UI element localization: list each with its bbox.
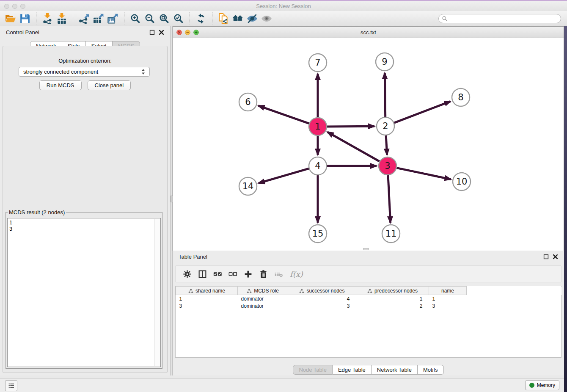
- list-icon: [8, 382, 15, 389]
- network-zoom-button[interactable]: [193, 30, 199, 35]
- columns-icon[interactable]: [196, 268, 209, 280]
- zoom-in-icon[interactable]: [128, 12, 143, 25]
- node-3[interactable]: 3: [379, 157, 396, 175]
- node-15[interactable]: 15: [309, 225, 327, 243]
- open-file-icon[interactable]: [3, 12, 18, 25]
- select-all-checkboxes-icon[interactable]: [211, 268, 224, 280]
- table-cell[interactable]: dominator: [238, 302, 288, 309]
- table-cell[interactable]: 3: [288, 302, 356, 309]
- close-panel-icon[interactable]: [159, 30, 164, 35]
- zoom-out-icon[interactable]: [143, 12, 157, 25]
- export-table-icon[interactable]: [91, 12, 106, 25]
- network-minimize-button[interactable]: [185, 30, 190, 35]
- delete-column-icon[interactable]: [272, 268, 285, 280]
- table-tab-motifs[interactable]: Motifs: [418, 365, 444, 375]
- optimization-criterion-label: Optimization criterion:: [0, 58, 170, 64]
- import-table-icon[interactable]: [55, 12, 69, 25]
- control-panel-title: Control Panel: [6, 29, 39, 36]
- table-cell[interactable]: 1: [429, 295, 467, 303]
- app-traffic-lights: [4, 4, 25, 9]
- table-row[interactable]: 1dominator411: [176, 295, 562, 303]
- refresh-icon[interactable]: [194, 12, 208, 25]
- gear-icon[interactable]: [181, 268, 193, 280]
- svg-text:15: 15: [312, 229, 324, 239]
- zoom-window-button[interactable]: [20, 4, 25, 9]
- edge-3-1[interactable]: [328, 132, 380, 161]
- column-header-shared-name[interactable]: shared name: [176, 287, 238, 295]
- node-10[interactable]: 10: [453, 173, 471, 190]
- close-table-panel-icon[interactable]: [553, 254, 558, 259]
- table-tab-network-table[interactable]: Network Table: [372, 365, 418, 375]
- mcds-result-text[interactable]: 1 3: [7, 218, 161, 367]
- memory-button[interactable]: Memory: [525, 380, 559, 390]
- svg-text:3: 3: [385, 161, 390, 171]
- export-network-icon[interactable]: [77, 12, 91, 25]
- node-4[interactable]: 4: [309, 157, 327, 175]
- table-tab-edge-table[interactable]: Edge Table: [333, 365, 372, 375]
- column-header-predecessor-nodes[interactable]: predecessor nodes: [356, 287, 429, 295]
- column-header-successor-nodes[interactable]: successor nodes: [288, 287, 356, 295]
- network-graph[interactable]: 7968124314101511: [173, 38, 564, 251]
- table-cell[interactable]: dominator: [238, 295, 288, 303]
- svg-text:7: 7: [315, 58, 320, 68]
- table-cell[interactable]: 4: [288, 295, 356, 303]
- zoom-fit-icon[interactable]: [157, 12, 171, 25]
- new-network-from-selection-icon[interactable]: [216, 12, 231, 25]
- first-neighbors-icon[interactable]: [231, 12, 245, 25]
- hide-selected-icon[interactable]: [245, 12, 259, 25]
- table-cell[interactable]: 3: [176, 302, 238, 309]
- edge-4-14[interactable]: [259, 168, 309, 183]
- add-icon[interactable]: [242, 268, 254, 280]
- node-9[interactable]: 9: [376, 53, 394, 71]
- table-row[interactable]: 3dominator323: [176, 302, 562, 309]
- node-11[interactable]: 11: [382, 225, 400, 243]
- table-cell[interactable]: 1: [176, 295, 238, 303]
- mcds-result-box: MCDS result (2 nodes) 1 3: [6, 209, 162, 369]
- table-cell[interactable]: 1: [356, 295, 429, 303]
- deselect-all-checkboxes-icon[interactable]: [226, 268, 239, 280]
- edge-1-2[interactable]: [327, 126, 374, 127]
- node-2[interactable]: 2: [377, 117, 394, 135]
- edge-2-9[interactable]: [385, 73, 385, 117]
- run-mcds-button[interactable]: Run MCDS: [39, 80, 82, 90]
- network-close-button[interactable]: [176, 30, 182, 35]
- criterion-select[interactable]: strongly connected component: [19, 67, 150, 77]
- float-panel-icon[interactable]: [149, 30, 155, 35]
- result-scrollbar[interactable]: [154, 219, 160, 366]
- export-image-icon[interactable]: [106, 12, 120, 25]
- zoom-selected-icon[interactable]: [171, 12, 186, 25]
- node-14[interactable]: 14: [239, 177, 257, 195]
- column-header-MCDS-role[interactable]: MCDS role: [238, 287, 288, 295]
- import-network-icon[interactable]: [40, 12, 55, 25]
- status-bar: Memory: [0, 378, 567, 392]
- minimize-window-button[interactable]: [12, 4, 17, 9]
- network-window-title: scc.txt: [173, 29, 564, 36]
- svg-text:11: 11: [385, 229, 397, 239]
- close-panel-button[interactable]: Close panel: [88, 80, 131, 90]
- node-7[interactable]: 7: [309, 54, 327, 72]
- svg-text:6: 6: [245, 97, 250, 107]
- edge-3-10[interactable]: [397, 168, 451, 179]
- table-cell[interactable]: 3: [429, 302, 467, 309]
- show-all-icon[interactable]: [259, 12, 274, 25]
- canvas-resize-grip[interactable]: [363, 248, 369, 250]
- table-cell[interactable]: 2: [356, 302, 429, 309]
- edge-2-3[interactable]: [386, 135, 387, 155]
- trash-icon[interactable]: [257, 268, 270, 280]
- edge-1-6[interactable]: [259, 106, 309, 124]
- svg-text:9: 9: [382, 57, 387, 67]
- node-1[interactable]: 1: [309, 118, 327, 135]
- save-session-icon[interactable]: [18, 12, 32, 25]
- edge-2-8[interactable]: [394, 101, 451, 123]
- desktop-background-strip: [564, 26, 567, 392]
- function-builder-icon[interactable]: f(x): [290, 270, 303, 279]
- edge-3-11[interactable]: [388, 175, 391, 223]
- node-6[interactable]: 6: [239, 93, 257, 111]
- close-window-button[interactable]: [4, 4, 9, 9]
- search-input[interactable]: [450, 15, 558, 22]
- task-history-button[interactable]: [5, 380, 17, 391]
- float-table-panel-icon[interactable]: [543, 254, 549, 259]
- table-tab-node-table[interactable]: Node Table: [293, 365, 333, 375]
- column-header-name[interactable]: name: [429, 287, 467, 295]
- node-8[interactable]: 8: [452, 88, 470, 106]
